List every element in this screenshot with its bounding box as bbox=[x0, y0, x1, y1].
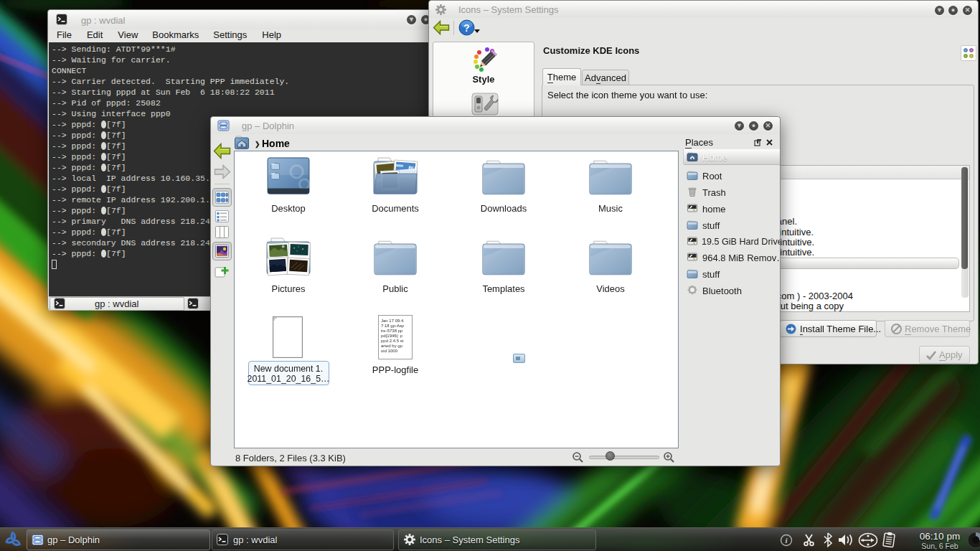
svg-text:i: i bbox=[785, 536, 788, 545]
svg-text:?: ? bbox=[463, 22, 470, 34]
